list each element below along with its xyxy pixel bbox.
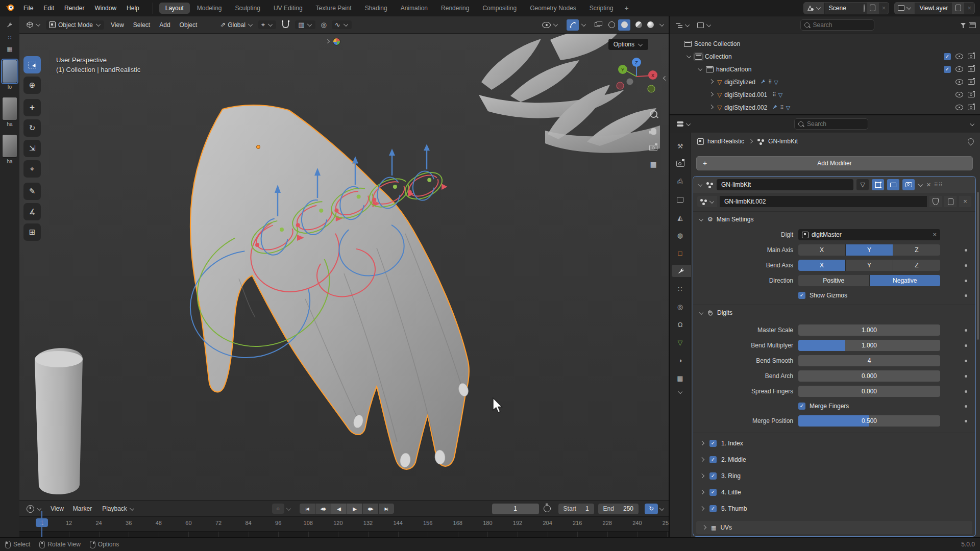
expand-closed-icon[interactable]	[709, 79, 714, 84]
scene-browse-button[interactable]	[804, 3, 825, 14]
-thumbcheckbox[interactable]: ✓	[709, 505, 717, 512]
tab-shading[interactable]: Shading	[359, 3, 394, 14]
pin-icon[interactable]	[862, 5, 867, 12]
merge-fingers-checkbox[interactable]: ✓	[798, 403, 805, 410]
properties-tab-physics[interactable]: ◎	[672, 300, 689, 313]
properties-search-input[interactable]	[806, 120, 864, 128]
current-frame-field[interactable]: 1	[492, 504, 539, 514]
properties-tab-scene[interactable]: ◭	[672, 211, 689, 223]
hand-object[interactable]	[190, 105, 470, 469]
tabs-overflow-chevron[interactable]	[678, 389, 682, 394]
properties-search[interactable]	[794, 118, 868, 130]
menu-file[interactable]: File	[18, 3, 38, 13]
-ringcheckbox[interactable]: ✓	[709, 472, 717, 480]
section-index[interactable]: ✓1. Index	[693, 435, 975, 452]
proportional-edit-toggle[interactable]: ◎	[317, 20, 329, 30]
section-ring[interactable]: ✓3. Ring	[693, 468, 975, 484]
properties-tab-world[interactable]: ◍	[672, 229, 689, 241]
main_axis-option-x[interactable]: X	[798, 244, 846, 256]
chevron-down-icon[interactable]	[918, 182, 923, 186]
auto-keying-toggle[interactable]: ○	[272, 504, 284, 514]
options-button[interactable]: Options	[608, 39, 648, 50]
chevron-down-icon[interactable]	[659, 506, 664, 510]
outliner-display-mode[interactable]	[674, 21, 692, 29]
jump-to-end-button[interactable]: ▶|	[379, 504, 394, 514]
snap-pivot-selector[interactable]: ⌖	[258, 20, 276, 29]
viewport-canvas[interactable]: Z Y X User Perspective (1) Collection | …	[19, 34, 669, 501]
tab-layout[interactable]: Layout	[159, 3, 190, 14]
expand-open-icon[interactable]	[698, 66, 702, 71]
add-workspace-button[interactable]: +	[621, 4, 633, 12]
animate-dot[interactable]	[965, 375, 967, 378]
properties-tab-view-layer[interactable]	[672, 193, 689, 206]
eye-icon[interactable]	[955, 79, 963, 85]
snap-toggle[interactable]	[278, 20, 293, 30]
uvs-subpanel-header[interactable]: ▦ UVs	[696, 521, 972, 534]
digit-object-field[interactable]: digitMaster ×	[798, 229, 940, 240]
asset-thumbnail[interactable]	[2, 134, 17, 158]
outliner-row[interactable]: handCartoon✓	[670, 63, 980, 76]
menu-select[interactable]: Select	[129, 20, 155, 30]
menu-view[interactable]: View	[46, 504, 68, 514]
stopwatch-icon[interactable]	[544, 505, 551, 512]
menu-edit[interactable]: Edit	[38, 3, 59, 13]
properties-tab-modifiers[interactable]	[672, 265, 691, 277]
bend-smooth-field[interactable]: 4	[798, 355, 940, 366]
prev-keyframe-button[interactable]: ◀◆	[315, 504, 331, 514]
main-settings-section-header[interactable]: ⚙ Main Settings	[693, 211, 975, 227]
direction-option-positive[interactable]: Positive	[798, 275, 870, 286]
properties-editor-type[interactable]	[675, 120, 693, 128]
camera-icon[interactable]	[968, 105, 975, 110]
play-reverse-button[interactable]: ◀	[331, 504, 347, 514]
zoom-icon[interactable]	[650, 110, 657, 118]
menu-playback[interactable]: Playback	[97, 504, 139, 514]
remove-viewlayer-icon[interactable]: ×	[964, 6, 974, 11]
edit-mode-display-toggle[interactable]	[872, 179, 884, 190]
playback-sync-button[interactable]: ↻	[645, 504, 658, 514]
digits-section-header[interactable]: Digits	[693, 305, 975, 320]
breadcrumb-modifier[interactable]: GN-limbKit	[768, 138, 798, 145]
section-little[interactable]: ✓4. Little	[693, 484, 975, 500]
expand-closed-icon[interactable]	[709, 105, 714, 109]
frame-start-field[interactable]: Start 1	[558, 504, 594, 514]
shading-wireframe-button[interactable]	[605, 20, 616, 30]
menu-add[interactable]: Add	[155, 20, 175, 30]
jump-to-start-button[interactable]: |◀	[300, 504, 315, 514]
asset-thumbnail[interactable]	[2, 60, 17, 83]
section-thumb[interactable]: ✓5. Thumb	[693, 500, 975, 517]
breadcrumb-object[interactable]: handRealistic	[707, 138, 744, 145]
outliner-row[interactable]: Collection✓	[670, 50, 980, 63]
new-scene-button[interactable]	[867, 3, 879, 14]
menu-window[interactable]: Window	[89, 3, 121, 13]
browse-node-group-button[interactable]	[697, 196, 717, 207]
eye-icon[interactable]	[955, 54, 963, 59]
outliner-item-name[interactable]: Collection	[705, 53, 732, 60]
tool-add-cube[interactable]: ⊞	[23, 223, 41, 241]
tool-cursor[interactable]: ⊕	[23, 77, 41, 94]
drag-handle[interactable]: ⠿⠿	[934, 182, 943, 188]
tool-measure[interactable]: ∡	[23, 203, 41, 220]
eye-icon[interactable]	[955, 66, 963, 72]
new-viewlayer-button[interactable]	[952, 3, 964, 14]
animate-dot[interactable]	[965, 294, 967, 297]
camera-view-icon[interactable]	[649, 145, 657, 151]
properties-tab-constraints[interactable]: Ω	[672, 318, 689, 331]
modifier-name-field[interactable]: GN-limbKit	[717, 179, 853, 190]
tool-annotate[interactable]: ✎	[23, 183, 41, 200]
menu-object[interactable]: Object	[175, 20, 202, 30]
play-button[interactable]: ▶	[347, 504, 362, 514]
ortho-grid-icon[interactable]: ▦	[650, 161, 656, 168]
animate-dot[interactable]	[965, 344, 967, 347]
-indexcheckbox[interactable]: ✓	[709, 440, 717, 447]
pan-hand-icon[interactable]	[651, 128, 656, 135]
master-scale-field[interactable]: 1.000	[798, 324, 940, 336]
outliner-item-name[interactable]: digiStylized	[724, 79, 755, 86]
eye-icon[interactable]	[955, 105, 963, 110]
tool-icon[interactable]	[0, 21, 19, 30]
outliner-row[interactable]: ▽digiStylized⠿▽	[670, 76, 980, 88]
properties-tab-object[interactable]: □	[672, 247, 689, 259]
tool-select-box[interactable]	[23, 56, 41, 73]
timeline-ruler[interactable]: 1 12243648607284961081201321441561681801…	[19, 516, 669, 531]
expand-open-icon[interactable]	[687, 54, 691, 58]
tab-uv-editing[interactable]: UV Editing	[267, 3, 309, 14]
